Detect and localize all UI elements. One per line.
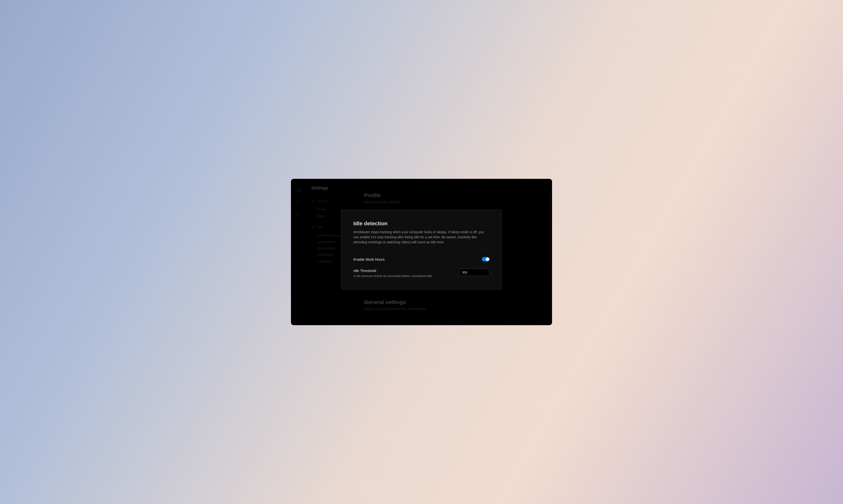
idle-detection-modal: Idle detection timeMaster stops tracking…	[341, 210, 502, 290]
idle-threshold-text: Idle Threshold is the amount of time (in…	[353, 269, 432, 278]
enable-work-hours-label: Enable Work Hours	[353, 257, 385, 262]
modal-description: timeMaster stops tracking when your comp…	[353, 230, 490, 245]
idle-threshold-input[interactable]	[459, 269, 490, 276]
modal-overlay: Idle detection timeMaster stops tracking…	[291, 179, 552, 325]
idle-threshold-sub: is the amount of time (in seconds) befor…	[353, 274, 432, 278]
enable-work-hours-row: Enable Work Hours	[353, 257, 490, 262]
modal-title: Idle detection	[353, 220, 490, 227]
idle-threshold-label: Idle Threshold	[353, 269, 432, 273]
app-window: Settings Account Profile Billing App Gen…	[291, 179, 552, 325]
idle-threshold-row: Idle Threshold is the amount of time (in…	[353, 269, 490, 278]
toggle-knob	[486, 257, 489, 261]
divider	[353, 250, 490, 250]
enable-work-hours-toggle[interactable]	[482, 257, 490, 262]
